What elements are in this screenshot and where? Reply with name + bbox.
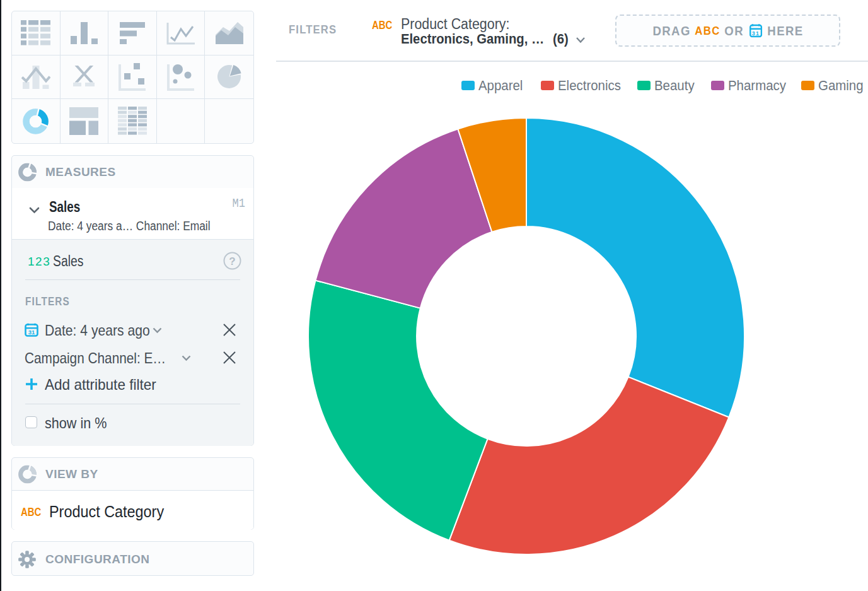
svg-text:?: ? [229,255,235,267]
svg-text:31: 31 [751,30,760,36]
svg-text:31: 31 [28,329,35,336]
